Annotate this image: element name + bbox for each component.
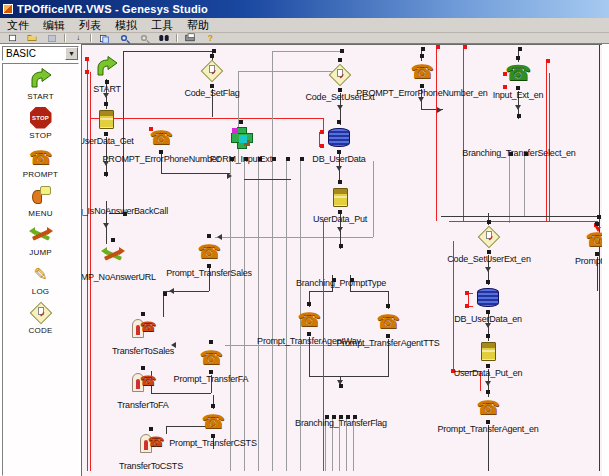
flow-node-branching-transferselect-en[interactable] [507,119,531,143]
flow-node-transfertofa[interactable]: ☎ [131,371,155,395]
connector-dot[interactable] [421,47,425,51]
node-input-dot[interactable] [338,58,342,62]
find-button[interactable] [154,34,174,43]
node-input-dot[interactable] [307,302,311,306]
flow-node-code-setuserext-en[interactable]: ✓ [477,225,501,249]
down-arrow-button[interactable]: ↓ [68,34,88,43]
connector-dot[interactable] [465,291,469,295]
palette-item-prompt[interactable]: ☎PROMPT [3,142,78,181]
help-button[interactable]: ? [200,34,220,43]
flow-node-form-inputext[interactable] [229,125,253,149]
connector-dot[interactable] [546,59,550,63]
menu-item-1[interactable]: 编辑 [36,17,72,34]
copy-button[interactable] [94,34,114,43]
node-input-dot[interactable] [487,220,491,224]
zoom-in-button[interactable] [114,34,134,43]
connector-dot[interactable] [320,130,324,134]
save-file-button[interactable] [42,34,62,43]
connector-dot[interactable] [212,49,216,53]
menu-item-4[interactable]: 工具 [144,17,180,34]
menu-item-5[interactable]: 帮助 [180,17,216,34]
node-input-dot[interactable] [211,404,215,408]
connector-dot[interactable] [597,215,601,219]
connector-dot[interactable] [503,85,507,89]
flow-node-prompt-transferagenttts[interactable]: ☎ [376,309,400,333]
palette-item-menu[interactable]: MENU [3,181,78,220]
flow-node-code-setuserext[interactable]: ✓ [328,63,352,87]
print-button[interactable] [180,34,200,43]
node-input-dot[interactable] [210,54,214,58]
node-input-dot[interactable] [338,180,342,184]
zoom-out-button[interactable] [134,34,154,43]
flow-node-branching-isnoanswerbackcall[interactable] [94,177,118,201]
flow-node-code-setflag[interactable]: ✓ [200,59,224,83]
palette-item-log[interactable]: ✎LOG [3,259,78,298]
flow-node-prompt-errorphonenumber-en[interactable]: ☎ [410,59,434,83]
flow-node-db-userdata-en[interactable] [476,285,500,309]
palette-item-stop[interactable]: STOPSTOP [3,103,78,142]
palette-preset-combobox[interactable]: BASIC ▼ [2,46,79,61]
menu-item-2[interactable]: 列表 [72,17,108,34]
node-input-dot[interactable] [420,54,424,58]
node-input-dot[interactable] [517,114,521,118]
palette-item-code[interactable]: ✓CODE [3,298,78,337]
connector-dot[interactable] [163,292,167,296]
flow-node-userdata-put-en[interactable] [476,339,500,363]
node-input-dot[interactable] [337,120,341,124]
flow-node-prompt-transferagentwav[interactable]: ☎ [297,307,321,331]
node-input-dot[interactable] [339,384,343,388]
connector-dot[interactable] [463,45,467,49]
node-input-dot[interactable] [207,234,211,238]
flow-node-transfertosales[interactable]: ☎ [131,317,155,341]
open-file-button[interactable] [22,34,42,43]
node-input-dot[interactable] [239,120,243,124]
flow-node-branching-prompttype[interactable] [329,249,353,273]
flow-node-start[interactable] [95,55,119,79]
menu-item-0[interactable]: 文件 [0,17,36,34]
connector-dot[interactable] [85,57,89,61]
node-input-dot[interactable] [111,238,115,242]
node-input-dot[interactable] [339,244,343,248]
connector-dot[interactable] [340,49,344,53]
flow-node-prompt-transferagent-en[interactable]: ☎ [476,395,500,419]
flow-node-prompt-transfersales[interactable]: ☎ [197,239,221,263]
flow-node-prompt-[interactable]: ☎ [585,227,602,251]
node-input-dot[interactable] [104,172,108,176]
node-input-dot[interactable] [149,427,153,431]
flow-node-jump-noanswerurl[interactable] [101,243,125,267]
node-input-dot[interactable] [486,390,490,394]
flow-node-input-ext-en[interactable]: ☎ [506,61,530,85]
flow-node-transfertocsts[interactable]: ☎ [139,432,163,456]
menu-item-3[interactable]: 模拟 [108,17,144,34]
flow-canvas[interactable]: STARTUserData_GetBranching_IsNoAnswerBac… [81,44,602,476]
node-input-dot[interactable] [141,366,145,370]
node-input-dot[interactable] [486,280,490,284]
flow-node-prompt-transfercsts[interactable]: ☎ [201,409,225,433]
chevron-down-icon[interactable]: ▼ [65,47,78,60]
connector-dot[interactable] [320,144,324,148]
connector-dot[interactable] [518,47,522,51]
connector-dot[interactable] [300,157,304,161]
node-input-dot[interactable] [516,56,520,60]
connector-dot[interactable] [286,157,290,161]
flow-node-userdata-get[interactable] [94,107,118,131]
flow-node-prompt-transferfa[interactable]: ☎ [199,345,223,369]
flow-node-userdata-put[interactable] [328,185,352,209]
connector-dot[interactable] [465,304,469,308]
node-input-dot[interactable] [104,102,108,106]
node-input-dot[interactable] [386,304,390,308]
new-file-button[interactable] [2,34,22,43]
flow-connector-line [215,237,373,238]
flow-node-branching-transferflag[interactable] [329,389,353,413]
connector-dot[interactable] [272,157,276,161]
node-input-dot[interactable] [486,334,490,338]
node-input-dot[interactable] [209,340,213,344]
flow-node-db-userdata[interactable] [327,125,351,149]
node-input-dot[interactable] [141,312,145,316]
node-input-dot[interactable] [595,222,599,226]
connector-dot[interactable] [436,45,440,49]
palette-item-start[interactable]: START [3,64,78,103]
connector-dot[interactable] [85,70,89,74]
palette-item-jump[interactable]: JUMP [3,220,78,259]
flow-node-prompt-errorphonenumber[interactable]: ☎ [149,125,173,149]
